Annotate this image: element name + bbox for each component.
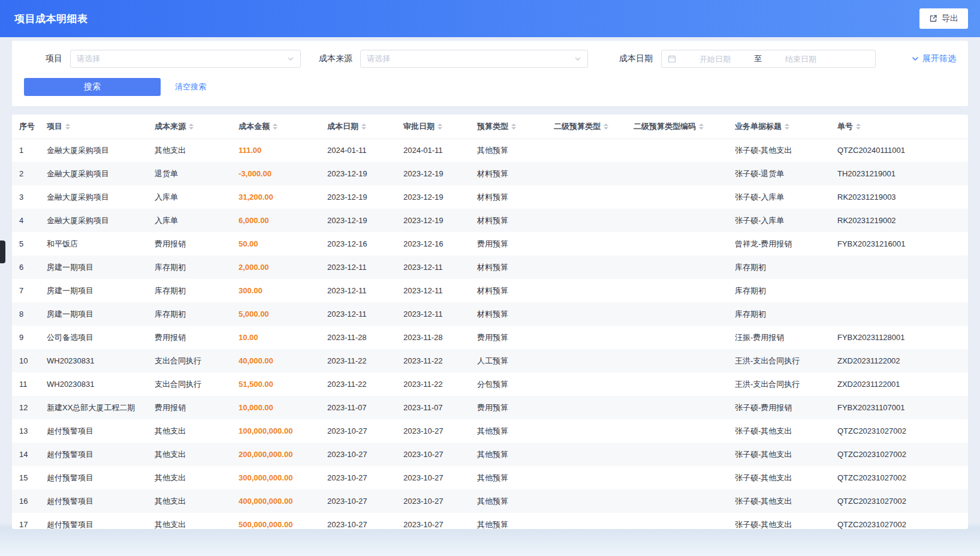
table-row[interactable]: 16超付预警项目其他支出400,000,000.002023-10-272023… (12, 489, 968, 513)
sort-icon[interactable] (785, 124, 789, 130)
column-header[interactable]: 项目 (40, 115, 147, 139)
table-cell: QTZC20240111001 (830, 139, 968, 162)
table-cell (626, 513, 728, 529)
table-cell: 张子硕-入库单 (728, 209, 830, 232)
table-cell (547, 162, 626, 185)
table-row[interactable]: 13超付预警项目其他支出100,000,000.002023-10-272023… (12, 419, 968, 443)
cost-table: 序号项目成本来源成本金额成本日期审批日期预算类型二级预算类型二级预算类型编码业务… (12, 115, 968, 529)
end-date-input[interactable] (765, 55, 836, 64)
column-header[interactable]: 二级预算类型编码 (626, 115, 728, 139)
column-header[interactable]: 业务单据标题 (728, 115, 830, 139)
column-header[interactable]: 审批日期 (396, 115, 470, 139)
column-label: 预算类型 (477, 121, 508, 132)
search-button[interactable]: 搜索 (24, 78, 161, 96)
column-header[interactable]: 单号 (830, 115, 968, 139)
table-row[interactable]: 9公司备选项目费用报销10.002023-11-282023-11-28费用预算… (12, 326, 968, 349)
table-cell: 和平饭店 (40, 232, 147, 256)
sort-icon[interactable] (273, 124, 278, 130)
table-cell: 200,000,000.00 (231, 443, 320, 466)
table-cell: 曾祥龙-费用报销 (728, 232, 830, 256)
table-cell (626, 443, 728, 466)
table-cell: 张子硕-费用报销 (728, 396, 830, 419)
table-header-row: 序号项目成本来源成本金额成本日期审批日期预算类型二级预算类型二级预算类型编码业务… (12, 115, 968, 139)
table-cell (547, 372, 626, 396)
export-button[interactable]: 导出 (919, 8, 968, 29)
table-row[interactable]: 1金融大厦采购项目其他支出111.002024-01-112024-01-11其… (12, 139, 968, 162)
column-header[interactable]: 成本来源 (147, 115, 231, 139)
table-cell: 材料预算 (470, 209, 547, 232)
table-cell: 库存期初 (728, 279, 830, 302)
table-row[interactable]: 15超付预警项目其他支出300,000,000.002023-10-272023… (12, 466, 968, 489)
table-row[interactable]: 6房建一期项目库存期初2,000.002023-12-112023-12-11材… (12, 256, 968, 279)
table-row[interactable]: 4金融大厦采购项目入库单6,000.002023-12-192023-12-19… (12, 209, 968, 232)
side-drawer-handle[interactable] (0, 241, 5, 263)
table-cell (547, 326, 626, 349)
table-row[interactable]: 8房建一期项目库存期初5,000.002023-12-112023-12-11材… (12, 302, 968, 326)
sort-icon[interactable] (604, 124, 608, 130)
clear-search-link[interactable]: 清空搜索 (175, 82, 206, 92)
column-header[interactable]: 成本日期 (320, 115, 396, 139)
column-label: 业务单据标题 (735, 121, 782, 132)
table-cell: 其他预算 (470, 443, 547, 466)
table-cell: 张子硕-其他支出 (728, 466, 830, 489)
sort-icon[interactable] (189, 124, 194, 130)
filter-row: 项目 请选择 成本来源 请选择 成本日期 至 (24, 50, 956, 68)
table-cell: QTZC20231027002 (830, 513, 968, 529)
sort-icon[interactable] (361, 124, 366, 130)
table-row[interactable]: 3金融大厦采购项目入库单31,200.002023-12-192023-12-1… (12, 185, 968, 209)
table-cell (547, 302, 626, 326)
table-cell: 超付预警项目 (40, 489, 147, 513)
table-row[interactable]: 7房建一期项目库存期初300.002023-12-112023-12-11材料预… (12, 279, 968, 302)
sort-icon[interactable] (511, 124, 516, 130)
table-cell: 5 (12, 232, 40, 256)
table-cell: 300,000,000.00 (231, 466, 320, 489)
cost-date-range-picker[interactable]: 至 (661, 50, 876, 68)
table-cell (626, 256, 728, 279)
table-cell: 300.00 (231, 279, 320, 302)
column-header[interactable]: 预算类型 (470, 115, 547, 139)
table-cell: 分包预算 (470, 372, 547, 396)
table-cell: 16 (12, 489, 40, 513)
table-row[interactable]: 14超付预警项目其他支出200,000,000.002023-10-272023… (12, 443, 968, 466)
table-cell: 2023-10-27 (396, 419, 470, 443)
column-header[interactable]: 成本金额 (231, 115, 320, 139)
sort-icon[interactable] (856, 124, 861, 130)
table-cell: 其他支出 (147, 513, 231, 529)
table-cell: 2023-10-27 (396, 443, 470, 466)
column-label: 序号 (19, 121, 35, 132)
column-label: 二级预算类型 (554, 121, 601, 132)
column-header[interactable]: 二级预算类型 (547, 115, 626, 139)
table-cell: 2023-10-27 (320, 466, 396, 489)
table-cell (626, 139, 728, 162)
table-row[interactable]: 5和平饭店费用报销50.002023-12-162023-12-16费用预算曾祥… (12, 232, 968, 256)
cost-source-select[interactable]: 请选择 (360, 50, 588, 68)
table-cell (830, 302, 968, 326)
table-cell: 17 (12, 513, 40, 529)
table-row[interactable]: 12新建XX总部大厦工程二期费用报销10,000.002023-11-07202… (12, 396, 968, 419)
table-cell: 费用预算 (470, 326, 547, 349)
table-row[interactable]: 17超付预警项目其他支出500,000,000.002023-10-272023… (12, 513, 968, 529)
sort-icon[interactable] (65, 124, 70, 130)
table-cell: TH20231219001 (830, 162, 968, 185)
cost-table-card: 序号项目成本来源成本金额成本日期审批日期预算类型二级预算类型二级预算类型编码业务… (12, 115, 968, 529)
table-cell: 2024-01-11 (396, 139, 470, 162)
table-cell: 2023-12-19 (320, 162, 396, 185)
column-label: 成本日期 (327, 121, 358, 132)
table-row[interactable]: 10WH20230831支出合同执行40,000.002023-11-22202… (12, 349, 968, 372)
table-cell: 2023-10-27 (320, 489, 396, 513)
table-row[interactable]: 2金融大厦采购项目退货单-3,000.002023-12-192023-12-1… (12, 162, 968, 185)
table-cell (626, 372, 728, 396)
table-cell: 张子硕-其他支出 (728, 489, 830, 513)
table-row[interactable]: 11WH20230831支出合同执行51,500.002023-11-22202… (12, 372, 968, 396)
sort-icon[interactable] (699, 124, 704, 130)
project-select[interactable]: 请选择 (70, 50, 301, 68)
start-date-input[interactable] (680, 55, 750, 64)
table-cell: 费用预算 (470, 232, 547, 256)
chevron-down-icon (287, 55, 294, 62)
table-cell (547, 256, 626, 279)
expand-filters-link[interactable]: 展开筛选 (911, 53, 956, 64)
sort-icon[interactable] (438, 124, 442, 130)
table-cell: 100,000,000.00 (231, 419, 320, 443)
table-cell (626, 396, 728, 419)
table-cell: 111.00 (231, 139, 320, 162)
